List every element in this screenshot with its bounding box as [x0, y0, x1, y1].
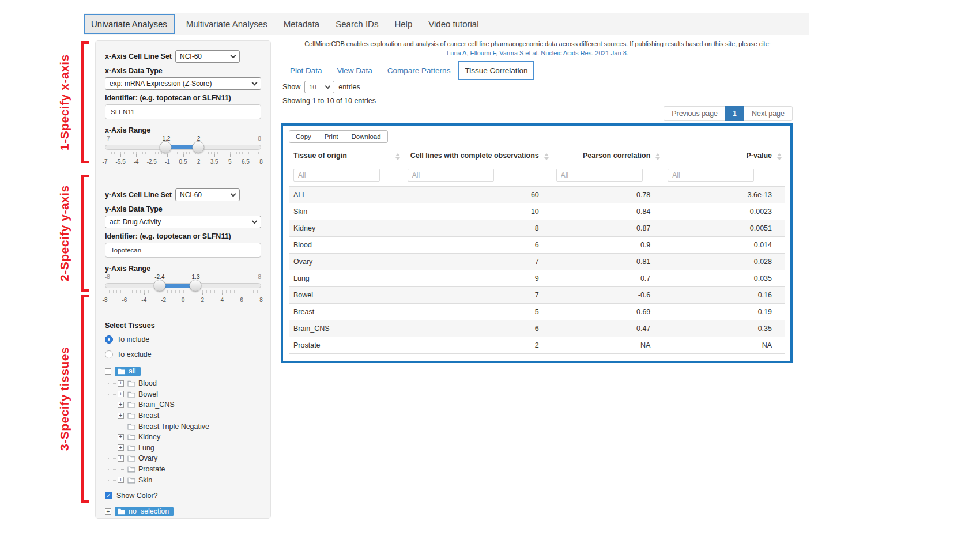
pvalue-cell: 0.35: [663, 320, 785, 337]
tab[interactable]: Tissue Correlation: [458, 61, 534, 80]
y-identifier-input[interactable]: [105, 243, 261, 258]
page-1-button[interactable]: 1: [725, 106, 744, 121]
tree-node[interactable]: Lung: [118, 443, 261, 454]
export-button[interactable]: Print: [318, 130, 345, 143]
tree-node-no-selection[interactable]: no_selection: [115, 507, 174, 516]
filter-tissue-input[interactable]: [293, 169, 380, 182]
tree-node[interactable]: Prostate: [118, 464, 261, 475]
pvalue-cell: 0.035: [663, 270, 785, 287]
expand-icon[interactable]: [118, 466, 124, 473]
expand-icon[interactable]: [118, 423, 124, 429]
column-header[interactable]: P-value: [663, 148, 785, 165]
slider-tick-label: -2.5: [147, 158, 157, 165]
folder-icon: [127, 380, 135, 387]
pearson-cell: NA: [552, 337, 664, 354]
export-button[interactable]: Download: [345, 130, 388, 143]
show-color-checkbox[interactable]: ✓ Show Color?: [105, 490, 261, 501]
expand-icon[interactable]: [118, 402, 124, 408]
slider-track[interactable]: [105, 283, 261, 288]
select-value: act: Drug Activity: [110, 218, 161, 226]
slider-tick-label: 6: [240, 297, 243, 303]
tree-node[interactable]: Skin: [118, 474, 261, 485]
y-cell-line-set-select[interactable]: NCI-60: [175, 188, 240, 201]
tree-node-label: all: [129, 367, 136, 375]
filter-pvalue-input[interactable]: [668, 169, 754, 182]
tab[interactable]: Compare Patterns: [380, 62, 458, 80]
entries-label: entries: [338, 83, 360, 91]
nav-item[interactable]: Help: [386, 19, 420, 29]
table-row: Blood 6 0.9 0.014: [289, 237, 785, 254]
y-axis-range-slider[interactable]: -8 -2.4 1.3 8 -8-6-4-202468: [105, 274, 261, 306]
filter-cell-lines-input[interactable]: [408, 169, 494, 182]
slider-handle-to[interactable]: [193, 141, 205, 153]
tissue-cell: Bowel: [289, 287, 403, 304]
x-range-label: x-Axis Range: [105, 126, 261, 134]
nav-item[interactable]: Multivariate Analyses: [178, 19, 276, 29]
nav-item[interactable]: Search IDs: [327, 19, 386, 29]
column-header-label: Tissue of origin: [293, 152, 347, 160]
tree-node[interactable]: Breast Triple Negative: [118, 421, 261, 432]
entries-select[interactable]: 10: [304, 81, 334, 93]
slider-handle-to[interactable]: [190, 280, 202, 292]
export-button[interactable]: Copy: [289, 130, 318, 143]
tree-node[interactable]: Bowel: [118, 389, 261, 400]
expand-icon[interactable]: [118, 477, 124, 483]
x-identifier-input[interactable]: [105, 104, 261, 119]
expand-icon[interactable]: [105, 508, 111, 515]
tree-node-all[interactable]: all: [115, 367, 141, 376]
radio-to-include[interactable]: To include: [105, 333, 261, 345]
tissue-cell: Brain_CNS: [289, 320, 403, 337]
pvalue-cell: 0.0023: [663, 203, 785, 220]
slider-track[interactable]: [105, 145, 261, 150]
tree-node[interactable]: Brain_CNS: [118, 399, 261, 410]
tab[interactable]: Plot Data: [282, 62, 330, 80]
expand-icon[interactable]: [118, 380, 124, 387]
previous-page-button[interactable]: Previous page: [664, 106, 725, 121]
tree-node[interactable]: Blood: [118, 378, 261, 389]
select-value: NCI-60: [180, 52, 202, 61]
tab[interactable]: View Data: [330, 62, 380, 80]
slider-handle-from[interactable]: [154, 280, 166, 292]
table-row: ALL 60 0.78 3.6e-13: [289, 187, 785, 203]
radio-label: To exclude: [117, 350, 152, 358]
x-cell-line-set-select[interactable]: NCI-60: [175, 50, 240, 63]
table-row: Brain_CNS 6 0.47 0.35: [289, 320, 785, 337]
x-axis-range-slider[interactable]: -7 -1.2 2 8 -7-5.5-4-2.5-10.523.556.58: [105, 135, 261, 168]
annotation-step3: 3-Specify tissues: [58, 295, 74, 503]
folder-icon: [118, 508, 126, 515]
citation-block: CellMinerCDB enables exploration and ana…: [282, 40, 793, 56]
pvalue-cell: 0.028: [663, 254, 785, 270]
filter-pearson-input[interactable]: [556, 169, 643, 182]
radio-to-exclude[interactable]: To exclude: [105, 348, 261, 360]
collapse-icon[interactable]: [105, 368, 111, 375]
expand-icon[interactable]: [118, 444, 124, 451]
annotation-step1: 1-Specify x-axis: [58, 41, 74, 164]
annotation-bracket-3: [81, 295, 89, 503]
expand-icon[interactable]: [118, 434, 124, 440]
tree-node[interactable]: Breast: [118, 410, 261, 421]
column-header[interactable]: Tissue of origin: [289, 148, 403, 165]
next-page-button[interactable]: Next page: [744, 106, 793, 121]
slider-min-label: -7: [104, 135, 111, 142]
column-header[interactable]: Pearson correlation: [552, 148, 664, 165]
citation-link[interactable]: Luna A, Elloumi F, Varma S et al. Nuclei…: [282, 50, 793, 56]
slider-tick-label: 0.5: [179, 158, 187, 165]
nav-item[interactable]: Metadata: [276, 19, 328, 29]
tree-node[interactable]: Kidney: [118, 432, 261, 443]
table-row: Prostate 2 NA NA: [289, 337, 785, 354]
table-row: Ovary 7 0.81 0.028: [289, 254, 785, 270]
expand-icon[interactable]: [118, 391, 124, 397]
nav-item[interactable]: Univariate Analyses: [84, 14, 175, 34]
column-header[interactable]: Cell lines with complete observations: [403, 148, 552, 165]
nav-item[interactable]: Video tutorial: [420, 19, 487, 29]
expand-icon[interactable]: [118, 413, 124, 419]
slider-tick-label: 0: [182, 297, 185, 303]
x-data-type-select[interactable]: exp: mRNA Expression (Z-Score): [105, 77, 261, 90]
expand-icon[interactable]: [118, 455, 124, 462]
slider-handle-from[interactable]: [160, 141, 172, 153]
slider-tick-label: -1: [165, 158, 170, 165]
sort-icon: [544, 153, 549, 160]
tree-node-label: Blood: [138, 379, 157, 387]
tree-node[interactable]: Ovary: [118, 453, 261, 464]
y-data-type-select[interactable]: act: Drug Activity: [105, 216, 261, 228]
